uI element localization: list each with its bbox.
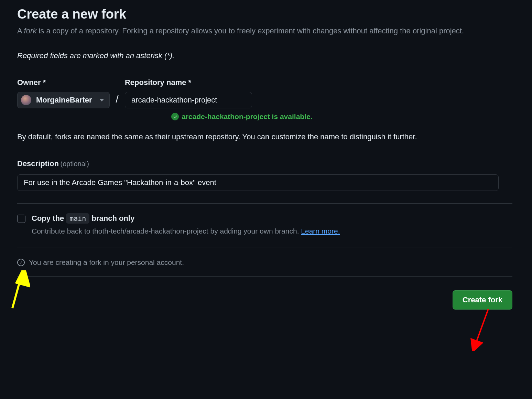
owner-select[interactable]: MorgaineBarter xyxy=(17,92,110,108)
repo-name-label: Repository name * xyxy=(125,78,252,87)
owner-name: MorgaineBarter xyxy=(36,96,92,105)
naming-help-text: By default, forks are named the same as … xyxy=(17,131,512,143)
page-subtitle: A fork is a copy of a repository. Forkin… xyxy=(17,25,464,36)
availability-status: arcade-hackathon-project is available. xyxy=(171,112,512,121)
check-circle-icon xyxy=(171,113,179,120)
repo-name-input[interactable] xyxy=(125,92,252,108)
chevron-down-icon xyxy=(100,99,104,101)
divider xyxy=(17,276,512,277)
slash-separator: / xyxy=(116,93,119,108)
info-icon: i xyxy=(17,259,25,266)
description-input[interactable] xyxy=(17,174,499,191)
divider xyxy=(17,203,512,204)
branch-tag: main xyxy=(66,213,89,224)
copy-main-only-label: Copy the main branch only xyxy=(32,213,512,224)
divider xyxy=(17,45,512,45)
personal-account-info: You are creating a fork in your personal… xyxy=(29,258,184,267)
learn-more-link[interactable]: Learn more. xyxy=(301,227,340,235)
required-fields-note: Required fields are marked with an aster… xyxy=(17,51,512,60)
owner-label: Owner * xyxy=(17,78,110,87)
page-title: Create a new fork xyxy=(17,7,512,22)
copy-main-only-checkbox[interactable] xyxy=(17,215,25,223)
divider xyxy=(17,248,512,248)
copy-main-only-subtitle: Contribute back to thoth-tech/arcade-hac… xyxy=(32,227,512,235)
description-label: Description (optional) xyxy=(17,161,89,167)
avatar xyxy=(21,95,31,105)
create-fork-button[interactable]: Create fork xyxy=(453,290,512,310)
svg-line-3 xyxy=(475,309,488,347)
red-arrow-annotation xyxy=(469,306,493,351)
